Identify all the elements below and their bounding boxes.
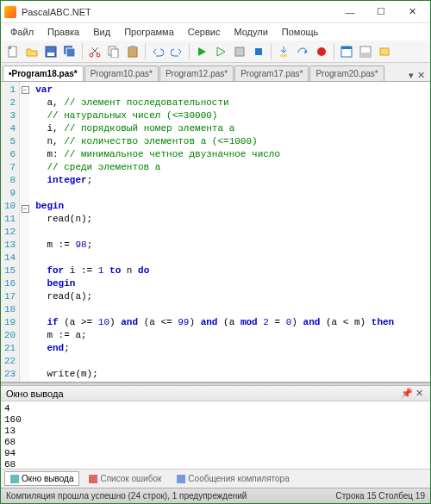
document-tab[interactable]: Program20.pas* <box>309 65 384 81</box>
svg-rect-9 <box>111 49 118 58</box>
tab-label: Список ошибок <box>100 474 161 483</box>
output-title: Окно вывода <box>6 389 64 399</box>
code-editor[interactable]: 123456789101112131415161718192021222324 … <box>1 82 430 383</box>
svg-rect-3 <box>47 53 54 56</box>
menu-item[interactable]: Сервис <box>182 25 227 39</box>
run-icon[interactable] <box>193 43 210 60</box>
maximize-button[interactable]: ☐ <box>366 3 396 21</box>
app-icon <box>4 6 16 18</box>
bottom-tab[interactable]: Список ошибок <box>83 471 167 486</box>
separator <box>271 44 272 59</box>
separator <box>189 44 190 59</box>
svg-point-15 <box>317 47 326 56</box>
new-file-icon[interactable] <box>4 43 22 60</box>
menubar: ФайлПравкаВидПрограммаСервисМодулиПомощь <box>1 23 430 40</box>
svg-rect-14 <box>280 54 287 57</box>
tab-icon <box>10 475 19 483</box>
bottom-tab[interactable]: Сообщения компилятора <box>171 471 295 486</box>
document-tab[interactable]: •Program18.pas* <box>3 65 84 81</box>
fold-toggle-icon[interactable]: − <box>22 86 29 94</box>
svg-rect-12 <box>235 47 244 56</box>
tab-icon <box>177 475 185 483</box>
menu-item[interactable]: Файл <box>4 25 40 39</box>
pin-icon[interactable]: 📌 <box>401 388 413 399</box>
document-tabs: •Program18.pas*Program10.pas*Program12.p… <box>1 63 430 82</box>
svg-rect-13 <box>255 48 262 55</box>
menu-item[interactable]: Модули <box>228 25 273 39</box>
panel-close-icon[interactable]: ✕ <box>413 388 425 399</box>
statusbar: Компиляция прошла успешно (24 строк), 1 … <box>1 488 430 503</box>
tab-close-icon[interactable]: ✕ <box>417 70 425 81</box>
open-file-icon[interactable] <box>23 43 41 60</box>
code-area[interactable]: var a, // элемент последовательности // … <box>30 82 399 382</box>
close-button[interactable]: ✕ <box>397 3 427 21</box>
svg-rect-17 <box>341 47 352 49</box>
form-designer-icon[interactable] <box>338 43 355 60</box>
paste-icon[interactable] <box>124 43 141 60</box>
redo-icon[interactable] <box>168 43 185 60</box>
separator <box>334 44 334 59</box>
window-controls: — ☐ ✕ <box>335 3 427 21</box>
document-tab[interactable]: Program12.pas* <box>159 65 234 81</box>
bottom-tab[interactable]: Окно вывода <box>4 471 79 486</box>
document-tab[interactable]: Program17.pas* <box>234 65 309 81</box>
svg-rect-11 <box>130 46 135 48</box>
copy-icon[interactable] <box>105 43 122 60</box>
tab-label: Окно вывода <box>22 474 73 483</box>
svg-rect-10 <box>128 47 137 57</box>
toolbar <box>1 40 430 63</box>
separator <box>82 44 83 59</box>
window-title: PascalABC.NET <box>22 7 335 17</box>
status-compile: Компиляция прошла успешно (24 строк), 1 … <box>6 491 247 501</box>
status-cursor: Строка 15 Столбец 19 <box>336 491 425 501</box>
menu-item[interactable]: Помощь <box>276 25 325 39</box>
titlebar: PascalABC.NET — ☐ ✕ <box>1 1 430 23</box>
menu-item[interactable]: Вид <box>87 25 116 39</box>
stop-icon[interactable] <box>250 43 267 60</box>
tab-dropdown-icon[interactable]: ▾ <box>409 70 414 81</box>
tab-controls: ▾ ✕ <box>405 70 428 81</box>
svg-rect-19 <box>360 53 371 57</box>
svg-rect-1 <box>9 47 11 49</box>
menu-item[interactable]: Правка <box>41 25 85 39</box>
menu-item[interactable]: Программа <box>118 25 180 39</box>
separator <box>145 44 146 59</box>
run-no-debug-icon[interactable] <box>212 43 229 60</box>
svg-rect-5 <box>66 48 75 57</box>
save-icon[interactable] <box>42 43 59 60</box>
cut-icon[interactable] <box>86 43 103 60</box>
output-header: Окно вывода 📌 ✕ <box>1 386 430 401</box>
undo-icon[interactable] <box>149 43 166 60</box>
tab-label: Сообщения компилятора <box>188 474 289 483</box>
svg-rect-20 <box>380 48 389 55</box>
breakpoint-icon[interactable] <box>313 43 330 60</box>
fold-toggle-icon[interactable]: − <box>22 205 29 213</box>
minimize-button[interactable]: — <box>335 3 365 21</box>
compile-icon[interactable] <box>231 43 248 60</box>
intellisense-icon[interactable] <box>376 43 393 60</box>
save-all-icon[interactable] <box>61 43 78 60</box>
bottom-tabs: Окно выводаСписок ошибокСообщения компил… <box>1 469 430 488</box>
document-tab[interactable]: Program10.pas* <box>84 65 159 81</box>
output-window-icon[interactable] <box>357 43 374 60</box>
output-body[interactable]: 416013689468 <box>1 401 430 469</box>
line-gutter: 123456789101112131415161718192021222324 <box>1 82 20 382</box>
fold-column: −− <box>20 82 30 382</box>
tab-icon <box>89 475 97 483</box>
step-into-icon[interactable] <box>275 43 292 60</box>
step-over-icon[interactable] <box>294 43 311 60</box>
